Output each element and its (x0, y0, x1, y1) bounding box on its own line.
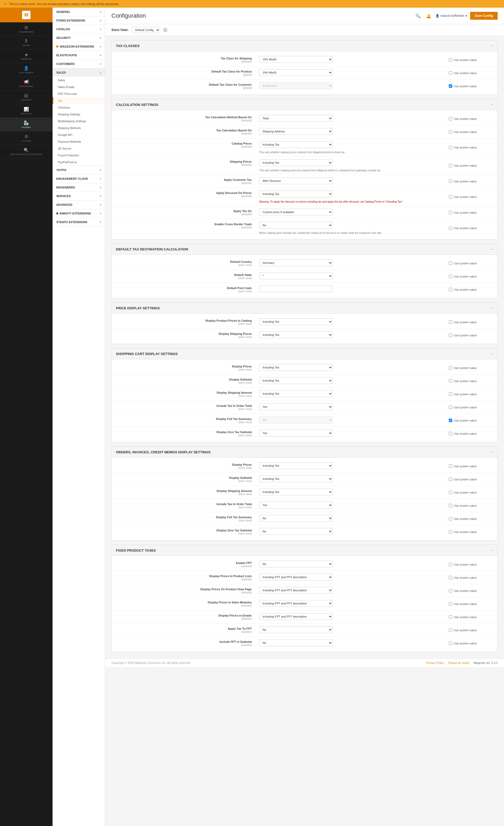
sec-header-sales[interactable]: SALES ▴ (53, 68, 105, 77)
select-enable-fpt[interactable]: No (259, 560, 333, 568)
select-cart-display-prices[interactable]: Including Tax (259, 364, 333, 371)
checkbox-apply-customer-tax[interactable] (449, 179, 452, 183)
checkbox-cart-display-shipping[interactable] (449, 392, 452, 396)
select-fpt-product-view[interactable]: Including FPT and FPT description (259, 587, 333, 594)
select-apply-customer-tax[interactable]: After Discount (259, 177, 333, 184)
checkbox-orders-display-shipping[interactable] (449, 491, 452, 494)
sec-header-security[interactable]: SECURITY ▾ (53, 34, 105, 42)
sidebar-item-reports[interactable]: 📊 REPORTS (0, 104, 53, 118)
select-cart-include-tax-total[interactable]: Yes (259, 403, 333, 410)
checkbox-include-fpt-subtotal[interactable] (449, 642, 452, 645)
select-default-state[interactable]: * (259, 273, 333, 279)
checkbox-apply-tax-on[interactable] (449, 211, 452, 214)
select-orders-zero-tax-subtotal[interactable]: No (259, 528, 333, 535)
sec-header-advanced[interactable]: ADVANCED ▾ (53, 200, 105, 209)
input-default-postcode[interactable] (259, 286, 333, 292)
sec-item-sales[interactable]: Sales (53, 77, 105, 83)
checkbox-fpt-product-lists[interactable] (449, 576, 452, 579)
default-tax-dest-header[interactable]: Default Tax Destination Calculation − (112, 244, 497, 255)
select-orders-include-tax-total[interactable]: Yes (259, 502, 333, 509)
sec-header-amasty[interactable]: AMASTY EXTENSIONS ▾ (53, 209, 105, 218)
select-cross-border[interactable]: No (259, 222, 333, 229)
checkbox-calc-method[interactable] (449, 117, 452, 120)
select-display-shipping-prices[interactable]: Including Tax (259, 332, 333, 338)
checkbox-display-shipping-prices[interactable] (449, 334, 452, 337)
search-button[interactable]: 🔍 (415, 12, 422, 19)
select-apply-discount-prices[interactable]: Including Tax (259, 190, 333, 197)
select-apply-tax-fpt[interactable]: No (259, 626, 333, 633)
checkbox-enable-fpt[interactable] (449, 563, 452, 566)
tax-classes-header[interactable]: Tax Classes − (112, 41, 497, 51)
sec-header-general[interactable]: GENERAL ▾ (53, 8, 105, 16)
checkbox-default-state[interactable] (449, 275, 452, 278)
checkbox-apply-tax-fpt[interactable] (449, 628, 452, 632)
sec-header-services[interactable]: SERVICES ▾ (53, 192, 105, 200)
checkbox-default-postcode[interactable] (449, 288, 452, 291)
select-cart-display-subtotal[interactable]: Including Tax (259, 377, 333, 384)
select-shipping-prices[interactable]: Including Tax (259, 159, 333, 166)
sec-item-shipping-settings[interactable]: Shipping Settings (53, 111, 105, 118)
select-fpt-emails[interactable]: Including FPT and FPT description (259, 613, 333, 620)
checkbox-fpt-emails[interactable] (449, 615, 452, 618)
checkbox-cart-full-tax-summary[interactable] (449, 419, 452, 422)
select-fpt-sales-modules[interactable]: Including FPT and FPT description (259, 600, 333, 607)
sec-item-checkout[interactable]: Checkout (53, 104, 105, 111)
sec-item-pdf-printouts[interactable]: PDF Print-outs (53, 91, 105, 97)
select-include-fpt-subtotal[interactable]: No (259, 639, 333, 646)
report-issue-link[interactable]: Report an Issue! (448, 661, 469, 664)
calculation-settings-header[interactable]: Calculation Settings − (112, 99, 497, 110)
sec-header-elasticsuite[interactable]: ELASTICSUITE ▾ (53, 51, 105, 59)
select-tax-class-shipping[interactable]: 19% MwSt (259, 56, 333, 63)
sec-item-payment-methods[interactable]: Payment Methods (53, 138, 105, 145)
sec-item-paypalpluscw[interactable]: PayPalPlusCw (53, 159, 105, 166)
sec-item-multishipping[interactable]: Multishipping Settings (53, 118, 105, 125)
checkbox-display-product-prices-catalog[interactable] (449, 320, 452, 324)
select-tax-class-product[interactable]: 19% MwSt (259, 69, 333, 76)
checkbox-orders-zero-tax-subtotal[interactable] (449, 530, 452, 533)
sec-header-engagement[interactable]: ENGAGEMENT CLOUD ▾ (53, 175, 105, 183)
sidebar-item-content[interactable]: ▤ CONTENT (0, 91, 53, 104)
checkbox-fpt-product-view[interactable] (449, 589, 452, 592)
privacy-policy-link[interactable]: Privacy Policy (426, 661, 444, 664)
sec-item-tax[interactable]: Tax (53, 97, 105, 104)
select-catalog-prices[interactable]: Including Tax (259, 141, 333, 148)
select-orders-display-shipping[interactable]: Including Tax (259, 488, 333, 495)
checkbox-orders-include-tax-total[interactable] (449, 504, 452, 507)
sec-header-customers[interactable]: CUSTOMERS ▾ (53, 60, 105, 68)
checkbox-shipping-prices[interactable] (449, 164, 452, 167)
checkbox-orders-display-subtotal[interactable] (449, 477, 452, 481)
sidebar-item-dashboard[interactable]: ⊞ DASHBOARD (0, 22, 53, 36)
sec-header-catalog[interactable]: CATALOG ▾ (53, 25, 105, 34)
sec-header-magezon[interactable]: MAGEZON EXTENSIONS ▾ (53, 42, 105, 51)
save-config-button[interactable]: Save Config (470, 12, 498, 20)
notifications-button[interactable]: 🔔 (425, 12, 432, 19)
checkbox-cross-border[interactable] (449, 227, 452, 230)
select-default-country[interactable]: Germany (259, 259, 333, 266)
select-orders-display-subtotal[interactable]: Including Tax (259, 475, 333, 482)
sec-header-itoris[interactable]: ITORIS EXTENSIONS ▾ (53, 16, 105, 25)
select-display-product-prices-catalog[interactable]: Including Tax (259, 318, 333, 325)
store-view-select[interactable]: Default Config (132, 27, 160, 33)
checkbox-fpt-sales-modules[interactable] (449, 602, 452, 605)
user-menu-button[interactable]: 👤 marcel.hofferbert ▾ (435, 14, 467, 18)
sidebar-item-customers[interactable]: 👤 CUSTOMERS (0, 63, 53, 77)
sidebar-item-sales[interactable]: $ SALES (0, 36, 53, 49)
sec-item-shipping-methods[interactable]: Shipping Methods (53, 125, 105, 131)
sidebar-item-catalog[interactable]: ◈ CATALOG (0, 49, 53, 63)
sec-item-fraud-protection[interactable]: Fraud Protection (53, 152, 105, 159)
checkbox-cart-include-tax-total[interactable] (449, 406, 452, 409)
checkbox-cart-display-prices[interactable] (449, 366, 452, 369)
select-cart-zero-tax-subtotal[interactable]: Yes (259, 430, 333, 436)
checkbox-tax-class-shipping[interactable] (449, 58, 452, 61)
sec-item-sales-emails[interactable]: Sales Emails (53, 83, 105, 91)
sec-header-yotpo[interactable]: YOTPO ▾ (53, 166, 105, 174)
select-calc-method[interactable]: Total (259, 115, 333, 122)
select-orders-display-prices[interactable]: Including Tax (259, 462, 333, 469)
price-display-header[interactable]: Price Display Settings − (112, 303, 497, 313)
cart-display-header[interactable]: Shopping Cart Display Settings − (112, 349, 497, 359)
sec-header-magenerds[interactable]: MAGENERDS ▾ (53, 183, 105, 192)
sidebar-item-system[interactable]: ⚙ SYSTEM (0, 131, 53, 145)
sidebar-item-marketing[interactable]: 📢 MARKETING (0, 77, 53, 91)
sec-item-3d-secure[interactable]: 3D Secure (53, 145, 105, 152)
select-calc-based-on[interactable]: Shipping Address (259, 128, 333, 135)
